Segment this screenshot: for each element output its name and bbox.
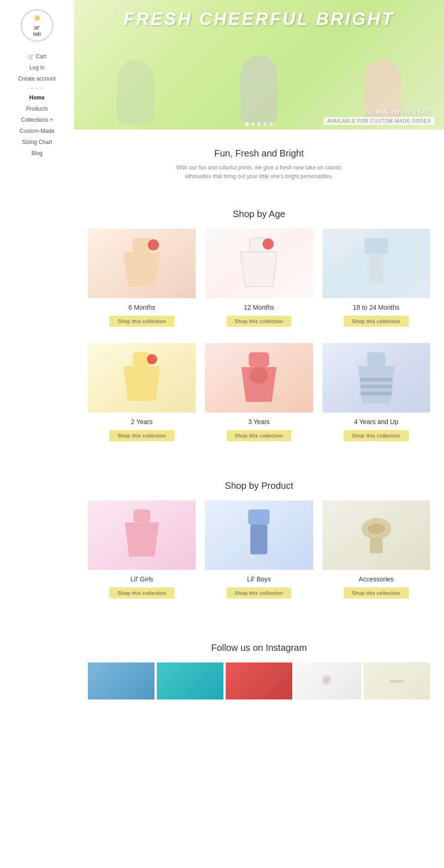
product-image-2years bbox=[88, 343, 196, 412]
page-wrapper: ☀ lil' tati 🛒Cart Log in Create account … bbox=[0, 0, 444, 868]
product-label-girls: Lil' Girls bbox=[130, 575, 153, 583]
product-image-accessories bbox=[322, 500, 430, 570]
hero-dot-1[interactable] bbox=[245, 122, 249, 126]
hero-dot-2[interactable] bbox=[251, 122, 255, 126]
product-card-2years: 2 Years Shop this collection bbox=[88, 343, 196, 448]
hero-text-overlay: FRESH CHEERFUL BRIGHT bbox=[74, 9, 444, 29]
product-label-1824months: 18 to 24 Months bbox=[353, 304, 399, 311]
sidebar-item-sizingchart[interactable]: Sizing Chart bbox=[0, 137, 74, 148]
main-content: FRESH CHEERFUL BRIGHT #SUMMERWITHLILTATI… bbox=[74, 0, 444, 868]
shop-btn-girls[interactable]: Shop this collection bbox=[109, 587, 174, 599]
sidebar-item-home[interactable]: Home bbox=[0, 92, 74, 103]
product-label-2years: 2 Years bbox=[131, 418, 153, 425]
sidebar: ☀ lil' tati 🛒Cart Log in Create account … bbox=[0, 0, 74, 868]
svg-point-2 bbox=[148, 239, 159, 250]
svg-rect-25 bbox=[370, 538, 382, 553]
shop-btn-6months[interactable]: Shop this collection bbox=[109, 316, 174, 327]
instagram-thumb-3[interactable] bbox=[226, 662, 292, 699]
product-card-4years: 4 Years and Up Shop this collection bbox=[322, 343, 430, 448]
product-card-accessories: Accessories Shop this collection bbox=[322, 500, 430, 606]
product-card-3years: 3 Years Shop this collection bbox=[205, 343, 313, 448]
product-card-1824months: 18 to 24 Months Shop this collection bbox=[322, 229, 430, 334]
svg-marker-20 bbox=[125, 523, 159, 557]
svg-marker-1 bbox=[123, 252, 160, 287]
hero-banner: FRESH CHEERFUL BRIGHT #SUMMERWITHLILTATI… bbox=[74, 0, 444, 130]
product-card-boys: Lil' Boys Shop this collection bbox=[205, 500, 313, 606]
product-image-6months bbox=[88, 229, 196, 298]
product-card-12months: 12 Months Shop this collection bbox=[205, 229, 313, 334]
shop-btn-12months[interactable]: Shop this collection bbox=[227, 316, 292, 327]
age-product-grid: 6 Months Shop this collection 12 Months … bbox=[88, 229, 430, 448]
svg-text:❋: ❋ bbox=[321, 673, 332, 687]
instagram-thumb-1[interactable] bbox=[88, 662, 154, 699]
product-label-12months: 12 Months bbox=[244, 304, 274, 311]
hero-dots bbox=[245, 122, 273, 126]
product-category-grid: Lil' Girls Shop this collection Lil' Boy… bbox=[88, 500, 430, 606]
sidebar-item-custommade[interactable]: Custom-Made bbox=[0, 125, 74, 137]
instagram-thumb-2[interactable] bbox=[157, 662, 223, 699]
svg-rect-18 bbox=[360, 392, 392, 395]
shop-by-age-section: Shop by Age 6 Months Shop this collectio… bbox=[74, 200, 444, 467]
product-image-3years bbox=[205, 343, 313, 412]
hero-title: FRESH CHEERFUL BRIGHT bbox=[74, 9, 444, 29]
product-label-accessories: Accessories bbox=[359, 575, 394, 583]
product-image-1824months bbox=[322, 229, 430, 298]
svg-rect-19 bbox=[133, 510, 150, 523]
cart-link[interactable]: 🛒Cart bbox=[0, 51, 74, 62]
svg-rect-21 bbox=[248, 510, 270, 525]
svg-rect-16 bbox=[360, 378, 392, 381]
sidebar-divider bbox=[30, 88, 44, 88]
hero-dot-3[interactable] bbox=[257, 122, 261, 126]
instagram-thumb-5[interactable]: bloom bbox=[364, 662, 430, 699]
sidebar-item-blog[interactable]: Blog bbox=[0, 148, 74, 159]
shop-btn-boys[interactable]: Shop this collection bbox=[227, 587, 292, 599]
svg-point-24 bbox=[368, 524, 385, 534]
svg-marker-4 bbox=[240, 252, 278, 287]
sidebar-item-collections[interactable]: Collections + bbox=[0, 114, 74, 125]
shop-by-product-title: Shop by Product bbox=[88, 481, 430, 491]
instagram-thumb-4[interactable]: ❋ bbox=[295, 662, 361, 699]
shop-by-product-section: Shop by Product Lil' Girls Shop this col… bbox=[74, 467, 444, 624]
svg-point-10 bbox=[147, 354, 157, 364]
shop-btn-1824months[interactable]: Shop this collection bbox=[344, 316, 409, 327]
svg-marker-9 bbox=[123, 366, 160, 401]
create-account-link[interactable]: Create account bbox=[0, 73, 74, 84]
product-label-4years: 4 Years and Up bbox=[354, 418, 398, 425]
product-label-6months: 6 Months bbox=[129, 304, 155, 311]
hero-hashtag: #SUMMERWITHLILTATI bbox=[364, 109, 430, 116]
product-image-girls bbox=[88, 500, 196, 570]
svg-rect-6 bbox=[364, 238, 388, 254]
shop-by-age-title: Shop by Age bbox=[88, 209, 430, 219]
svg-rect-11 bbox=[249, 352, 269, 367]
logo-text2: tati bbox=[33, 31, 41, 37]
logo-text: lil' bbox=[34, 25, 40, 31]
product-image-boys bbox=[205, 500, 313, 570]
logo[interactable]: ☀ lil' tati bbox=[21, 9, 53, 42]
hero-subtitle: AVAILABLE FOR CUSTOM-MADE ORDER bbox=[324, 117, 435, 125]
shop-btn-4years[interactable]: Shop this collection bbox=[344, 430, 409, 441]
product-card-6months: 6 Months Shop this collection bbox=[88, 229, 196, 334]
svg-rect-14 bbox=[367, 352, 385, 366]
intro-section: Fun, Fresh and Bright With our fun and c… bbox=[74, 130, 444, 200]
sidebar-item-products[interactable]: Products bbox=[0, 103, 74, 114]
svg-point-5 bbox=[263, 238, 274, 250]
shop-btn-2years[interactable]: Shop this collection bbox=[109, 430, 174, 441]
svg-rect-22 bbox=[251, 525, 268, 555]
login-link[interactable]: Log in bbox=[0, 62, 74, 73]
product-image-4years bbox=[322, 343, 430, 412]
instagram-section: Follow us on Instagram ❋ bloom bbox=[74, 624, 444, 709]
intro-title: Fun, Fresh and Bright bbox=[88, 148, 430, 159]
instagram-title: Follow us on Instagram bbox=[88, 643, 430, 653]
svg-rect-17 bbox=[360, 385, 392, 388]
sun-icon: ☀ bbox=[33, 14, 41, 24]
hero-dot-5[interactable] bbox=[269, 122, 273, 126]
sidebar-main-nav: Home Products Collections + Custom-Made … bbox=[0, 92, 74, 159]
shop-btn-3years[interactable]: Shop this collection bbox=[227, 430, 292, 441]
product-label-boys: Lil' Boys bbox=[247, 575, 271, 583]
instagram-grid: ❋ bloom bbox=[88, 662, 430, 699]
cart-icon: 🛒 bbox=[28, 54, 34, 59]
shop-btn-accessories[interactable]: Shop this collection bbox=[344, 587, 409, 599]
hero-dot-4[interactable] bbox=[263, 122, 267, 126]
intro-subtitle: With our fun and colorful prints, we giv… bbox=[171, 163, 347, 181]
svg-rect-7 bbox=[369, 254, 383, 284]
